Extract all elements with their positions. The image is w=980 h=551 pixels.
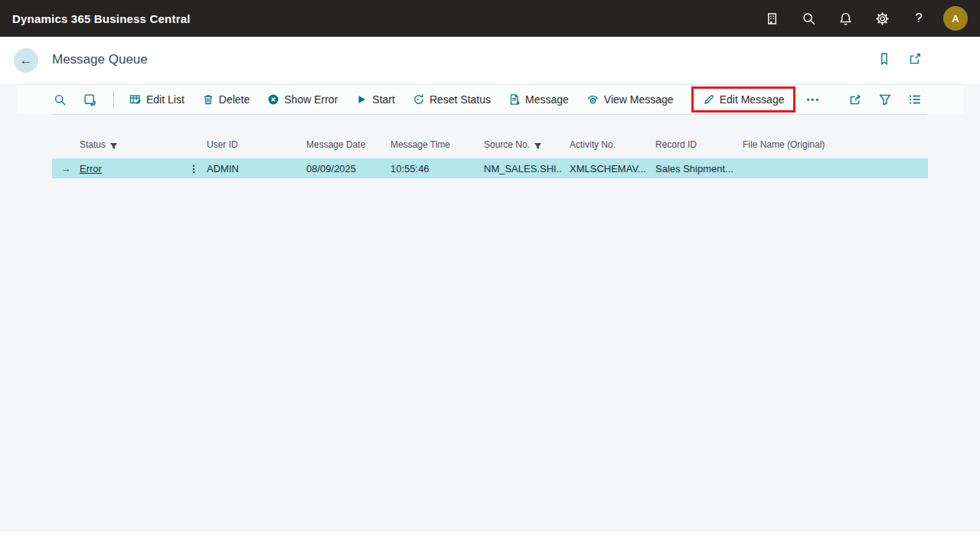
reset-status-icon	[413, 93, 425, 106]
action-toolbar: Edit List Delete Show Error Start Reset …	[17, 85, 963, 114]
app-title: Dynamics 365 Business Central	[12, 12, 191, 25]
settings-icon[interactable]	[864, 0, 900, 37]
start-button[interactable]: Start	[355, 93, 395, 106]
column-header-status[interactable]: Status	[80, 139, 181, 158]
column-header-user-id[interactable]: User ID	[207, 139, 306, 158]
header-spacer	[52, 150, 80, 158]
cell-user-id: ADMIN	[207, 163, 306, 174]
column-header-message-date[interactable]: Message Date	[306, 139, 383, 158]
current-row-arrow-icon: →	[52, 163, 80, 174]
column-header-record-id[interactable]: Record ID	[648, 139, 735, 158]
table-header-row: Status User ID Message Date Message Time…	[52, 115, 928, 158]
cell-record-id: Sales Shipment...	[648, 163, 735, 174]
cell-status: Error	[80, 163, 181, 174]
column-header-source-no[interactable]: Source No.	[476, 139, 562, 158]
search-icon[interactable]	[790, 0, 827, 37]
cell-activity-no: XMLSCHEMAV...	[562, 163, 648, 174]
cell-source-no: NM_SALES.SHI...	[476, 163, 562, 174]
share-icon[interactable]	[848, 93, 862, 106]
message-queue-table: Status User ID Message Date Message Time…	[52, 115, 928, 178]
search-list-icon[interactable]	[54, 93, 67, 106]
table-row[interactable]: → Error ⋮ ADMIN 08/09/2025 10:55:46 NM_S…	[52, 158, 928, 178]
edit-message-icon	[703, 93, 715, 106]
view-message-button[interactable]: View Message	[586, 93, 674, 106]
open-in-new-window-icon[interactable]	[908, 52, 922, 68]
delete-button[interactable]: Delete	[202, 93, 250, 106]
back-arrow-icon: ←	[20, 53, 33, 67]
notifications-icon[interactable]	[827, 0, 864, 37]
reset-status-button[interactable]: Reset Status	[413, 93, 491, 106]
start-icon	[355, 93, 368, 106]
cell-message-time: 10:55:46	[383, 163, 476, 174]
message-icon	[508, 93, 521, 106]
page-header: ← Message Queue	[0, 37, 980, 84]
toolbar-divider	[113, 90, 114, 109]
more-options-icon[interactable]: •••	[803, 95, 823, 104]
back-button[interactable]: ←	[14, 48, 38, 73]
column-header-message-time[interactable]: Message Time	[383, 139, 476, 158]
column-header-activity-no[interactable]: Activity No.	[562, 139, 648, 158]
avatar[interactable]: A	[943, 6, 968, 31]
topbar-icons: ? A	[753, 0, 974, 37]
row-options-icon[interactable]: ⋮	[181, 163, 207, 174]
analysis-mode-icon[interactable]	[83, 93, 96, 106]
toolbar-actions: Edit List Delete Show Error Start Reset …	[129, 86, 803, 112]
show-error-icon	[267, 93, 279, 106]
edit-list-button[interactable]: Edit List	[129, 93, 185, 106]
page-title: Message Queue	[52, 52, 148, 67]
filter-funnel-icon	[534, 142, 542, 150]
bottom-strip	[0, 530, 980, 551]
top-navigation-bar: Dynamics 365 Business Central ? A	[0, 0, 980, 37]
delete-icon	[202, 93, 214, 106]
bookmark-icon[interactable]	[877, 52, 891, 68]
message-button[interactable]: Message	[508, 93, 569, 106]
help-icon[interactable]: ?	[900, 0, 937, 37]
view-message-icon	[586, 93, 599, 106]
page-header-icons	[877, 52, 922, 68]
header-spacer	[181, 150, 207, 158]
filter-icon[interactable]	[878, 93, 892, 106]
column-header-file-name[interactable]: File Name (Original)	[735, 139, 928, 158]
cell-message-date: 08/09/2025	[306, 163, 383, 174]
edit-message-button[interactable]: Edit Message	[691, 86, 796, 112]
status-link[interactable]: Error	[80, 163, 102, 174]
filter-funnel-icon	[109, 142, 118, 150]
edit-list-icon	[129, 93, 142, 106]
toolbar-right-icons	[848, 93, 922, 106]
company-icon[interactable]	[753, 0, 790, 37]
list-view-icon[interactable]	[908, 93, 922, 106]
help-glyph: ?	[915, 11, 922, 26]
show-error-button[interactable]: Show Error	[267, 93, 338, 106]
